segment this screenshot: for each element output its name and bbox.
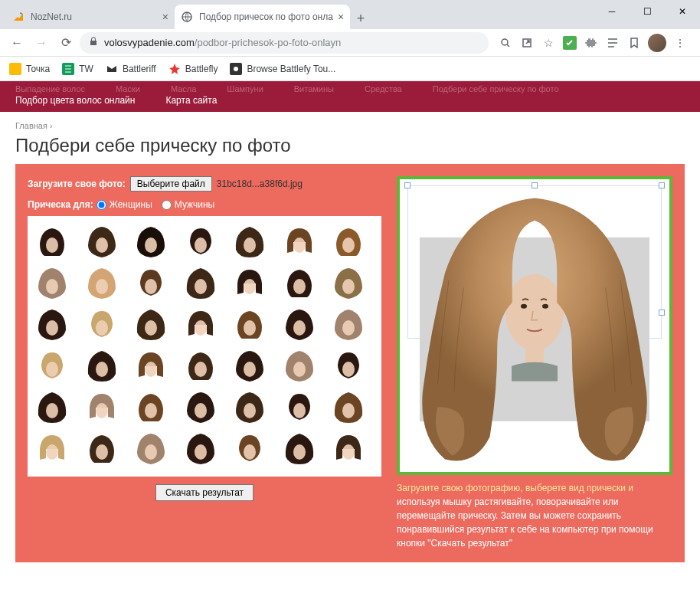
- browser-tab[interactable]: NozNet.ru ×: [6, 5, 175, 29]
- nav-link[interactable]: Подбор цвета волос онлайн: [15, 95, 135, 106]
- new-tab-button[interactable]: +: [350, 8, 371, 29]
- forward-button[interactable]: →: [31, 32, 52, 54]
- checkmark-extension-icon[interactable]: [562, 35, 577, 51]
- gender-male-radio[interactable]: [162, 200, 172, 210]
- svg-point-28: [293, 320, 306, 336]
- reload-button[interactable]: ⟳: [55, 32, 77, 54]
- hairstyle-option[interactable]: [230, 303, 270, 343]
- hairstyle-option[interactable]: [131, 428, 171, 467]
- file-select-button[interactable]: Выберите файл: [130, 176, 212, 192]
- hairstyle-gallery[interactable]: [28, 216, 381, 477]
- svg-point-21: [293, 279, 306, 294]
- hairstyle-option[interactable]: [329, 345, 368, 385]
- nav-link[interactable]: Масла: [171, 84, 196, 93]
- search-icon[interactable]: [498, 35, 513, 51]
- bookmark-item[interactable]: TW: [62, 63, 93, 75]
- menu-icon[interactable]: ⋮: [672, 35, 688, 51]
- hairstyle-option[interactable]: [131, 345, 171, 385]
- gender-female-label[interactable]: Женщины: [110, 199, 152, 210]
- hairstyle-option[interactable]: [82, 345, 122, 385]
- hairstyle-option[interactable]: [131, 221, 171, 260]
- hairstyle-option[interactable]: [32, 345, 72, 385]
- nav-link[interactable]: Подбери себе прическу по фото: [433, 84, 559, 93]
- gender-label: Прическа для:: [28, 199, 93, 210]
- hairstyle-option[interactable]: [32, 303, 72, 343]
- bookmark-item[interactable]: Battleriff: [106, 63, 156, 75]
- hair-overlay[interactable]: [400, 183, 669, 474]
- bookmark-item[interactable]: Battlefly: [168, 63, 218, 75]
- site-nav: Выпадение волос Маски Масла Шампуни Вита…: [0, 81, 700, 112]
- hairstyle-option[interactable]: [32, 221, 72, 260]
- hairstyle-option[interactable]: [230, 345, 270, 385]
- preview-canvas[interactable]: [397, 176, 672, 475]
- svg-point-48: [244, 444, 256, 460]
- hairstyle-option[interactable]: [329, 386, 368, 426]
- close-icon[interactable]: ×: [338, 11, 344, 23]
- svg-point-15: [342, 238, 355, 253]
- profile-avatar[interactable]: [648, 34, 666, 52]
- back-button[interactable]: ←: [6, 32, 28, 54]
- bookmark-item[interactable]: Точка: [9, 63, 50, 75]
- hairstyle-option[interactable]: [82, 262, 122, 302]
- hairstyle-option[interactable]: [82, 221, 122, 260]
- nav-link[interactable]: Витамины: [294, 84, 334, 93]
- svg-point-16: [46, 279, 58, 294]
- gender-male-label[interactable]: Мужчины: [175, 199, 214, 210]
- hairstyle-option[interactable]: [32, 386, 72, 426]
- download-button[interactable]: Скачать результат: [155, 484, 254, 501]
- address-bar: ← → ⟳ volosvypadenie.com/podbor-pricheso…: [0, 29, 700, 57]
- maximize-button[interactable]: ☐: [630, 0, 665, 23]
- star-icon[interactable]: ☆: [541, 35, 556, 51]
- hairstyle-option[interactable]: [329, 262, 368, 302]
- breadcrumb[interactable]: Главная ›: [15, 121, 685, 130]
- hairstyle-option[interactable]: [230, 262, 270, 302]
- hairstyle-option[interactable]: [82, 386, 122, 426]
- bookmark-icon[interactable]: [626, 35, 642, 51]
- hairstyle-option[interactable]: [280, 262, 319, 302]
- hairstyle-option[interactable]: [32, 428, 72, 467]
- nav-link[interactable]: Выпадение волос: [15, 84, 85, 93]
- hairstyle-option[interactable]: [230, 428, 270, 467]
- hairstyle-option[interactable]: [329, 221, 368, 260]
- hairstyle-option[interactable]: [329, 428, 368, 467]
- hairstyle-option[interactable]: [181, 345, 221, 385]
- hairstyle-option[interactable]: [181, 303, 221, 343]
- minimize-button[interactable]: ─: [594, 0, 630, 23]
- window-controls: ─ ☐ ✕: [594, 0, 700, 23]
- nav-link[interactable]: Карта сайта: [165, 95, 217, 106]
- list-icon[interactable]: [605, 35, 620, 51]
- bookmark-item[interactable]: Browse Battlefy Tou...: [230, 63, 335, 75]
- close-button[interactable]: ✕: [665, 0, 700, 23]
- hairstyle-option[interactable]: [131, 262, 171, 302]
- hairstyle-option[interactable]: [280, 345, 319, 385]
- gender-female-radio[interactable]: [96, 200, 106, 210]
- browser-tab-active[interactable]: Подбор причесок по фото онла ×: [175, 5, 350, 29]
- hairstyle-option[interactable]: [280, 428, 319, 467]
- hairstyle-option[interactable]: [181, 428, 221, 467]
- nav-link[interactable]: Маски: [116, 84, 140, 93]
- url-input[interactable]: volosvypadenie.com/podbor-prichesok-po-f…: [80, 32, 489, 54]
- hairstyle-option[interactable]: [82, 428, 122, 467]
- hairstyle-option[interactable]: [230, 386, 270, 426]
- hairstyle-option[interactable]: [131, 386, 171, 426]
- hairstyle-option[interactable]: [82, 303, 122, 343]
- svg-point-11: [145, 238, 157, 253]
- hairstyle-option[interactable]: [181, 386, 221, 426]
- hairstyle-option[interactable]: [32, 262, 72, 302]
- nav-link[interactable]: Шампуни: [227, 84, 263, 93]
- hairstyle-option[interactable]: [329, 303, 368, 343]
- puzzle-icon[interactable]: [584, 35, 599, 51]
- hairstyle-option[interactable]: [280, 303, 319, 343]
- hairstyle-option[interactable]: [181, 262, 221, 302]
- svg-line-2: [507, 44, 509, 47]
- svg-point-36: [342, 362, 355, 377]
- svg-point-33: [195, 362, 207, 377]
- hairstyle-option[interactable]: [280, 386, 319, 426]
- nav-link[interactable]: Средства: [365, 84, 402, 93]
- hairstyle-option[interactable]: [181, 221, 221, 260]
- share-icon[interactable]: [519, 35, 535, 51]
- hairstyle-option[interactable]: [230, 221, 270, 260]
- close-icon[interactable]: ×: [162, 11, 168, 23]
- hairstyle-option[interactable]: [131, 303, 171, 343]
- hairstyle-option[interactable]: [280, 221, 319, 260]
